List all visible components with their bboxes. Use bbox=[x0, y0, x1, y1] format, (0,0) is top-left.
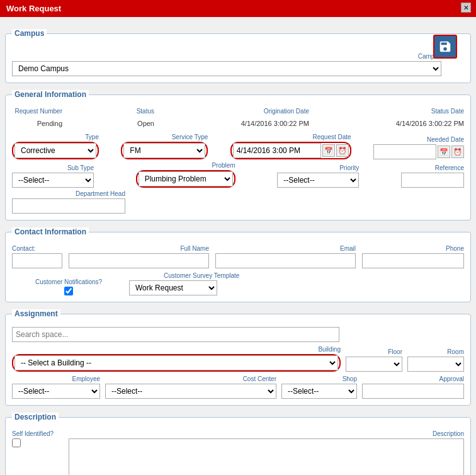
contact-label: Contact: bbox=[12, 245, 62, 252]
status-label: Status bbox=[116, 108, 154, 115]
assignment-section: Assignment Building -- Select a Building… bbox=[5, 314, 471, 406]
clock-icon[interactable]: ⏰ bbox=[336, 144, 349, 157]
phone-label: Phone bbox=[362, 245, 464, 252]
email-label: Email bbox=[215, 245, 356, 252]
campus-section-title: Campus bbox=[12, 29, 47, 38]
priority-label: Priority bbox=[277, 164, 359, 171]
needed-date-input[interactable] bbox=[373, 144, 436, 159]
room-select[interactable] bbox=[407, 357, 464, 372]
reference-input[interactable] bbox=[401, 173, 464, 188]
clock-icon-2[interactable]: ⏰ bbox=[451, 146, 464, 158]
problem-label: Problem bbox=[136, 162, 235, 169]
customer-notifications-checkbox[interactable] bbox=[64, 287, 73, 295]
campus-section: Campus Campus Demo Campus bbox=[5, 33, 471, 83]
description-section: Description Self Identified? Description bbox=[5, 417, 471, 475]
window-title: Work Request bbox=[6, 4, 61, 13]
employee-select[interactable]: --Select-- bbox=[12, 384, 100, 399]
search-space-input[interactable] bbox=[12, 327, 339, 342]
calendar-icon[interactable]: 📅 bbox=[322, 144, 335, 157]
cost-center-label: Cost Center bbox=[105, 375, 276, 382]
subtype-label: Sub Type bbox=[12, 164, 94, 171]
employee-label: Employee bbox=[12, 375, 100, 382]
status-value: Open bbox=[116, 116, 154, 131]
priority-select[interactable]: --Select-- bbox=[277, 173, 359, 188]
approval-label: Approval bbox=[362, 375, 464, 382]
campus-label: Campus bbox=[12, 53, 441, 60]
fullname-input[interactable] bbox=[69, 253, 209, 268]
customer-notifications-label: Customer Notifications? bbox=[35, 278, 102, 285]
request-number-label: Request Number bbox=[12, 108, 62, 115]
phone-input[interactable] bbox=[362, 253, 464, 268]
reference-label: Reference bbox=[401, 164, 464, 171]
needed-date-label: Needed Date bbox=[373, 136, 464, 143]
contact-section-title: Contact Information bbox=[12, 227, 89, 236]
request-number-value: Pending bbox=[12, 116, 62, 131]
origination-date-label: Origination Date bbox=[208, 108, 309, 115]
problem-select[interactable]: Plumbing Problem bbox=[139, 171, 233, 186]
request-date-label: Request Date bbox=[230, 134, 351, 140]
self-identified-checkbox[interactable] bbox=[12, 438, 21, 447]
self-identified-label: Self Identified? bbox=[12, 430, 62, 437]
calendar-icon-2[interactable]: 📅 bbox=[438, 146, 450, 158]
type-select[interactable]: Corrective bbox=[14, 143, 96, 158]
cost-center-select[interactable]: --Select-- bbox=[105, 384, 276, 399]
status-date-label: Status Date bbox=[363, 108, 464, 115]
building-select[interactable]: -- Select a Building -- bbox=[14, 355, 338, 370]
fullname-label: Full Name bbox=[69, 245, 209, 252]
general-info-section: General Information Request Number Pendi… bbox=[5, 94, 471, 220]
title-bar: Work Request ✕ bbox=[0, 0, 476, 17]
status-date-value: 4/14/2016 3:00:22 PM bbox=[363, 116, 464, 131]
description-section-title: Description bbox=[12, 413, 59, 421]
building-label: Building bbox=[12, 346, 341, 353]
room-label: Room bbox=[407, 348, 464, 355]
assignment-section-title: Assignment bbox=[12, 309, 60, 318]
subtype-select[interactable]: --Select-- bbox=[12, 173, 94, 188]
email-input[interactable] bbox=[215, 253, 356, 268]
close-icon[interactable]: ✕ bbox=[461, 3, 471, 13]
service-type-select[interactable]: FM bbox=[123, 143, 205, 158]
save-button[interactable] bbox=[433, 35, 457, 59]
customer-survey-label: Customer Survey Template bbox=[129, 272, 239, 279]
description-textarea[interactable] bbox=[69, 438, 464, 475]
floor-label: Floor bbox=[346, 348, 402, 355]
shop-label: Shop bbox=[281, 375, 357, 382]
dept-head-input[interactable] bbox=[12, 198, 125, 214]
approval-input[interactable] bbox=[362, 384, 464, 399]
dept-head-label: Department Head bbox=[12, 190, 125, 197]
service-type-label: Service Type bbox=[121, 134, 208, 140]
contact-input[interactable] bbox=[12, 253, 62, 268]
floor-select[interactable] bbox=[346, 357, 402, 372]
shop-select[interactable]: --Select-- bbox=[281, 384, 357, 399]
customer-survey-select[interactable]: Work Request bbox=[129, 280, 217, 295]
request-date-input[interactable]: 4/14/2016 3:00 PM bbox=[233, 143, 321, 158]
campus-select[interactable]: Demo Campus bbox=[12, 61, 441, 76]
description-label: Description bbox=[69, 430, 464, 437]
type-label: Type bbox=[12, 134, 99, 140]
contact-section: Contact Information Contact: Full Name E… bbox=[5, 232, 471, 302]
origination-date-value: 4/14/2016 3:00:22 PM bbox=[208, 116, 309, 131]
general-info-title: General Information bbox=[12, 90, 89, 99]
